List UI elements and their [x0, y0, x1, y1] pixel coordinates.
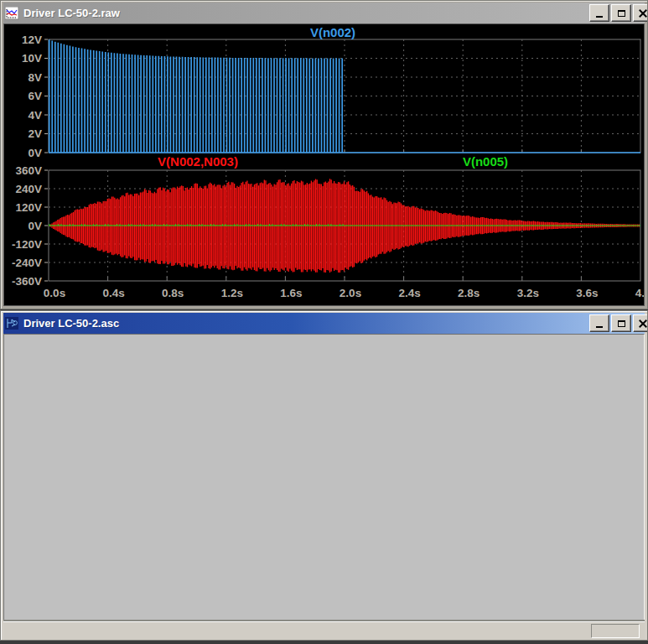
asc-maximize-button[interactable]: [611, 314, 631, 332]
svg-text:12V: 12V: [22, 34, 42, 46]
close-icon: [639, 319, 647, 328]
schematic-statusbar: [3, 621, 645, 640]
svg-text:120V: 120V: [15, 201, 42, 214]
minimize-icon: [596, 16, 603, 18]
svg-text:-120V: -120V: [12, 238, 42, 251]
waveform-file-icon: [5, 7, 19, 20]
svg-text:10V: 10V: [22, 52, 42, 65]
svg-text:4V: 4V: [28, 109, 42, 122]
asc-window-title: Driver LC-50-2.asc: [23, 317, 119, 330]
svg-text:3.6s: 3.6s: [576, 287, 598, 299]
svg-text:-360V: -360V: [12, 275, 42, 288]
svg-text:3.2s: 3.2s: [517, 287, 539, 299]
raw-maximize-button[interactable]: [611, 4, 631, 22]
waveform-window: Driver LC-50-2.raw 12V10V8V6V4V2V0V360V2…: [0, 0, 648, 309]
maximize-icon: [618, 10, 625, 17]
svg-text:0.0s: 0.0s: [44, 287, 65, 299]
svg-text:0V: 0V: [28, 220, 42, 232]
schematic-window: Driver LC-50-2.asc: [0, 310, 648, 641]
maximize-icon: [618, 320, 625, 327]
svg-text:2.0s: 2.0s: [340, 287, 361, 299]
trace-label-vn002n003: V(N002,N003): [158, 154, 238, 169]
svg-text:360V: 360V: [15, 164, 42, 177]
svg-text:1.2s: 1.2s: [221, 287, 243, 299]
svg-text:6V: 6V: [28, 90, 42, 102]
asc-minimize-button[interactable]: [589, 314, 609, 332]
close-icon: [639, 9, 647, 18]
svg-text:1.6s: 1.6s: [280, 287, 302, 299]
svg-text:8V: 8V: [28, 71, 42, 84]
raw-minimize-button[interactable]: [589, 4, 609, 22]
trace-label-vn002: V(n002): [310, 25, 355, 39]
svg-text:0.4s: 0.4s: [102, 287, 124, 299]
svg-text:4.0s: 4.0s: [635, 287, 645, 299]
svg-text:2.8s: 2.8s: [458, 287, 480, 299]
svg-text:-240V: -240V: [12, 257, 42, 269]
raw-close-button[interactable]: [633, 4, 648, 22]
minimize-icon: [596, 326, 603, 328]
svg-text:2V: 2V: [28, 127, 42, 140]
svg-text:2.4s: 2.4s: [398, 287, 420, 299]
schematic-file-icon: [5, 317, 19, 330]
asc-titlebar[interactable]: Driver LC-50-2.asc: [3, 313, 645, 334]
svg-text:0.8s: 0.8s: [162, 287, 184, 299]
schematic-svg[interactable]: [7, 336, 641, 611]
waveform-plot-area[interactable]: 12V10V8V6V4V2V0V360V240V120V0V-120V-240V…: [3, 23, 645, 306]
waveform-plot-svg[interactable]: 12V10V8V6V4V2V0V360V240V120V0V-120V-240V…: [4, 24, 645, 305]
trace-label-vn005: V(n005): [463, 154, 508, 169]
svg-text:0V: 0V: [28, 147, 42, 159]
asc-close-button[interactable]: [633, 314, 648, 332]
schematic-canvas[interactable]: [3, 334, 645, 621]
ltspice-workspace: Driver LC-50-2.raw 12V10V8V6V4V2V0V360V2…: [0, 0, 648, 644]
svg-text:240V: 240V: [15, 183, 42, 195]
raw-titlebar[interactable]: Driver LC-50-2.raw: [3, 3, 645, 23]
raw-window-title: Driver LC-50-2.raw: [23, 7, 120, 19]
statusbar-panel: [591, 624, 640, 638]
